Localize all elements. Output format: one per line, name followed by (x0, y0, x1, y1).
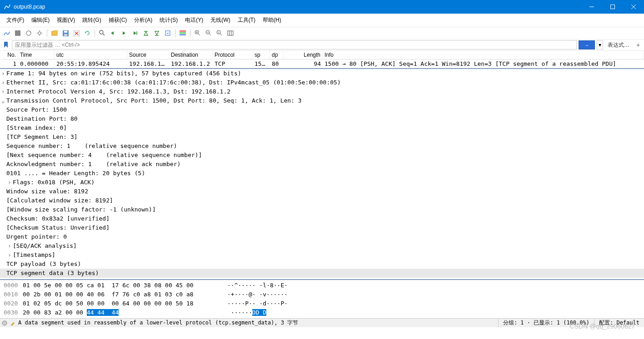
svg-rect-24 (180, 32, 186, 34)
tree-segdata[interactable]: TCP segment data (3 bytes) (0, 269, 644, 278)
menu-go[interactable]: 跳转(G) (79, 15, 105, 25)
tree-scale[interactable]: [Window size scaling factor: -1 (unknown… (0, 205, 644, 214)
col-proto[interactable]: Protocol (213, 51, 253, 59)
maximize-button[interactable] (602, 0, 623, 14)
col-dst[interactable]: Destination (169, 51, 213, 59)
chevron-right-icon[interactable]: › (6, 178, 13, 187)
hex-row[interactable]: 0030 20 00 83 a2 00 00 44 44 44 ······DD… (0, 308, 644, 317)
menu-telephony[interactable]: 电话(Y) (181, 15, 207, 25)
menu-tools[interactable]: 工具(T) (234, 15, 259, 25)
capture-options-icon[interactable] (35, 28, 45, 38)
packet-list-header[interactable]: No. Time utc Source Destination Protocol… (0, 51, 644, 59)
packet-list-pane: No. Time utc Source Destination Protocol… (0, 51, 644, 69)
col-info[interactable]: Info (323, 51, 644, 59)
go-first-icon[interactable] (141, 28, 151, 38)
zoom-in-icon[interactable] (193, 28, 203, 38)
tree-calcwin[interactable]: [Calculated window size: 8192] (0, 196, 644, 205)
menu-analyze[interactable]: 分析(A) (130, 15, 156, 25)
tree-eth[interactable]: ›Ethernet II, Src: ca:01:17:6c:00:38 (ca… (0, 78, 644, 87)
restart-capture-icon[interactable] (24, 28, 34, 38)
tree-srcport[interactable]: Source Port: 1500 (0, 105, 644, 114)
colorize-icon[interactable] (178, 28, 188, 38)
tree-nextseq[interactable]: [Next sequence number: 4 (relative seque… (0, 151, 644, 160)
col-dp[interactable]: dp (270, 51, 284, 59)
menu-file[interactable]: 文件(F) (3, 15, 28, 25)
zoom-out-icon[interactable] (204, 28, 214, 38)
tree-ip[interactable]: ›Internet Protocol Version 4, Src: 192.1… (0, 87, 644, 96)
go-to-packet-icon[interactable] (130, 28, 140, 38)
col-src[interactable]: Source (127, 51, 169, 59)
tree-label: Internet Protocol Version 4, Src: 192.16… (6, 87, 230, 96)
resize-columns-icon[interactable] (225, 28, 235, 38)
stop-capture-icon[interactable] (13, 28, 23, 38)
hex-row[interactable]: 000001 00 5e 00 00 05 ca 01 17 6c 00 38 … (0, 281, 644, 290)
tree-tcp[interactable]: ⌄Transmission Control Protocol, Src Port… (0, 96, 644, 105)
go-forward-icon[interactable] (119, 28, 129, 38)
minimize-button[interactable] (581, 0, 602, 14)
col-utc[interactable]: utc (55, 51, 127, 59)
hex-row[interactable]: 002001 02 05 dc 00 50 00 00 00 64 00 00 … (0, 299, 644, 308)
start-capture-icon[interactable] (2, 28, 12, 38)
tree-urg[interactable]: Urgent pointer: 0 (0, 232, 644, 241)
close-file-icon[interactable] (71, 28, 81, 38)
menu-stats[interactable]: 统计(S) (156, 15, 181, 25)
hex-row[interactable]: 001000 2b 00 01 00 00 40 06 f7 76 c0 a8 … (0, 290, 644, 299)
tree-win[interactable]: Window size value: 8192 (0, 187, 644, 196)
tree-frame[interactable]: ›Frame 1: 94 bytes on wire (752 bits), 5… (0, 69, 644, 78)
col-len[interactable]: Length (284, 51, 323, 59)
chevron-right-icon[interactable]: › (6, 241, 13, 251)
tree-payload[interactable]: TCP payload (3 bytes) (0, 260, 644, 269)
chevron-right-icon[interactable]: › (0, 78, 6, 87)
chevron-down-icon[interactable]: ⌄ (0, 96, 6, 105)
bookmark-icon[interactable] (2, 41, 10, 49)
svg-line-27 (198, 34, 200, 35)
display-filter-input[interactable] (12, 40, 577, 49)
tree-ack[interactable]: Acknowledgment number: 1 (relative ack n… (0, 160, 644, 169)
open-file-icon[interactable] (50, 28, 60, 38)
hex-selected-ascii: DD D (252, 309, 266, 316)
filter-dropdown-icon[interactable]: ▾ (597, 40, 603, 49)
save-file-icon[interactable] (60, 28, 70, 38)
expression-label[interactable]: 表达式… (605, 41, 632, 49)
close-button[interactable] (623, 0, 644, 14)
menu-wireless[interactable]: 无线(W) (207, 15, 234, 25)
tree-seglen[interactable]: [TCP Segment Len: 3] (0, 133, 644, 142)
tree-seqack[interactable]: ›[SEQ/ACK analysis] (0, 241, 644, 251)
cell-dst: 192.168.1.2 (169, 59, 213, 68)
hex-pane[interactable]: 000001 00 5e 00 00 05 ca 01 17 6c 00 38 … (0, 280, 644, 318)
tree-seq[interactable]: Sequence number: 1 (relative sequence nu… (0, 142, 644, 151)
col-sp[interactable]: sp (253, 51, 270, 59)
reload-file-icon[interactable] (82, 28, 92, 38)
tree-cksum[interactable]: Checksum: 0x83a2 [unverified] (0, 214, 644, 223)
chevron-right-icon[interactable]: › (0, 87, 6, 96)
col-no[interactable]: No. (0, 51, 18, 59)
apply-filter-button[interactable]: → (579, 40, 595, 49)
add-filter-button[interactable]: + (634, 40, 642, 49)
tree-dstport[interactable]: Destination Port: 80 (0, 114, 644, 123)
chevron-right-icon[interactable]: › (0, 69, 6, 78)
status-profile[interactable]: 配置: Default (594, 319, 644, 327)
menu-view[interactable]: 视图(V) (53, 15, 79, 25)
packet-row[interactable]: 1 0.000000 20:55:19.895424 192.168.1… 19… (0, 59, 644, 68)
go-back-icon[interactable] (108, 28, 118, 38)
edit-icon[interactable] (10, 320, 15, 326)
tree-flags[interactable]: ›Flags: 0x018 (PSH, ACK) (0, 178, 644, 187)
go-last-icon[interactable] (152, 28, 162, 38)
packet-details-pane[interactable]: ›Frame 1: 94 bytes on wire (752 bits), 5… (0, 69, 644, 280)
menu-help[interactable]: 帮助(H) (259, 15, 285, 25)
find-packet-icon[interactable] (97, 28, 107, 38)
tree-ckstat[interactable]: [Checksum Status: Unverified] (0, 223, 644, 232)
tree-ts[interactable]: ›[Timestamps] (0, 251, 644, 260)
col-time[interactable]: Time (18, 51, 55, 59)
hex-bytes: 00 2b 00 01 00 00 40 06 f7 76 c0 a8 01 0… (23, 290, 223, 299)
chevron-right-icon[interactable]: › (6, 251, 13, 260)
auto-scroll-icon[interactable] (163, 28, 173, 38)
menu-capture[interactable]: 捕获(C) (105, 15, 131, 25)
tree-stream[interactable]: [Stream index: 0] (0, 123, 644, 133)
expert-info-icon[interactable] (2, 320, 7, 326)
tree-label: Destination Port: 80 (6, 114, 78, 123)
tree-hdrlen[interactable]: 0101 .... = Header Length: 20 bytes (5) (0, 169, 644, 178)
svg-point-5 (26, 31, 31, 35)
zoom-reset-icon[interactable]: 1 (215, 28, 225, 38)
menu-edit[interactable]: 编辑(E) (28, 15, 53, 25)
